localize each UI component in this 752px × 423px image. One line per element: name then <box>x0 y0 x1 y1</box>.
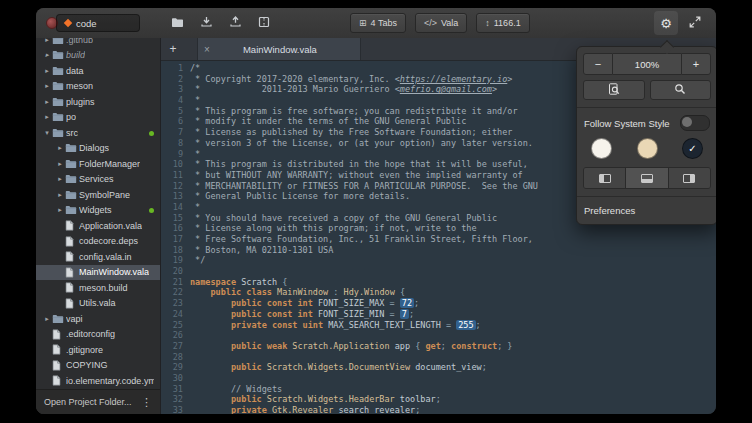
layout-left-pane-button[interactable] <box>584 168 625 188</box>
sidebar-item-src[interactable]: ▾src <box>36 125 160 141</box>
sidebar-item-vapi[interactable]: ▸vapi <box>36 311 160 327</box>
sidebar-item-plugins[interactable]: ▸plugins <box>36 94 160 110</box>
chevron-right-icon[interactable]: ▸ <box>55 191 65 199</box>
header-status-buttons: ⊞ 4 Tabs </> Vala ↕ 1166.1 <box>350 13 530 33</box>
sidebar-item-foldermanager[interactable]: ▸FolderManager <box>36 156 160 172</box>
preferences-menu-item[interactable]: Preferences <box>583 204 711 218</box>
sidebar-item-symbolpane[interactable]: ▸SymbolPane <box>36 187 160 203</box>
settings-menu-button[interactable]: ⚙ <box>654 11 678 35</box>
folder-icon <box>65 159 79 169</box>
line-number: 13 <box>161 191 190 202</box>
kebab-menu-icon[interactable]: ⋮ <box>141 396 152 409</box>
sidebar-item-services[interactable]: ▸Services <box>36 172 160 188</box>
toggle-knob <box>682 117 692 127</box>
templates-button[interactable] <box>253 13 275 33</box>
code-line-text: * General Public License for more detail… <box>190 191 410 202</box>
line-number: 4 <box>161 95 190 106</box>
check-icon: ✓ <box>688 143 696 154</box>
sidebar-item-application-vala[interactable]: Application.vala <box>36 218 160 234</box>
line-number: 15 <box>161 213 190 224</box>
sidebar-item-copying[interactable]: COPYING <box>36 358 160 374</box>
sidebar-item-label: plugins <box>66 97 95 107</box>
chevron-right-icon[interactable]: ▸ <box>42 82 52 90</box>
sidebar-item-widgets[interactable]: ▸Widgets <box>36 203 160 219</box>
code-line: 17 * Free Software Foundation, Inc., 51 … <box>161 234 716 245</box>
chevron-right-icon[interactable]: ▸ <box>42 38 52 44</box>
sidebar-item-gitignore[interactable]: .gitignore <box>36 342 160 358</box>
search-button[interactable] <box>650 80 712 100</box>
sidebar-item-label: Dialogs <box>79 143 109 153</box>
sidebar-item-codecore-deps[interactable]: codecore.deps <box>36 234 160 250</box>
chevron-right-icon[interactable]: ▸ <box>55 175 65 183</box>
gear-icon: ⚙ <box>660 16 672 31</box>
line-number: 21 <box>161 277 190 288</box>
folder-icon <box>65 174 79 184</box>
chevron-right-icon[interactable]: ▸ <box>55 144 65 152</box>
chevron-right-icon[interactable]: ▸ <box>42 113 52 121</box>
fullscreen-button[interactable] <box>684 12 706 34</box>
line-number: 5 <box>161 106 190 117</box>
line-number: 26 <box>161 330 190 341</box>
chevron-right-icon[interactable]: ▸ <box>42 51 52 59</box>
follow-system-style-toggle[interactable] <box>680 115 710 131</box>
layout-right-pane-button[interactable] <box>668 168 710 188</box>
light-style-option[interactable] <box>591 138 612 159</box>
zoom-out-button[interactable]: − <box>583 53 613 75</box>
new-tab-button[interactable]: + <box>161 38 185 60</box>
open-project-folder-button[interactable]: Open Project Folder... <box>44 397 132 407</box>
chevron-right-icon[interactable]: ▸ <box>42 315 52 323</box>
save-as-button[interactable] <box>195 13 217 33</box>
sidebar-item-data[interactable]: ▸data <box>36 63 160 79</box>
code-line-text: public class MainWindow : Hdy.Window { <box>190 287 405 298</box>
line-number: 22 <box>161 287 190 298</box>
folder-icon <box>52 81 66 91</box>
layout-segmented-control <box>583 167 711 189</box>
sidebar-item-label: Application.vala <box>79 221 142 231</box>
folder-icon <box>52 97 66 107</box>
sidebar-item-label: src <box>66 128 78 138</box>
sidebar-item-label: Services <box>79 174 114 184</box>
chevron-right-icon[interactable]: ▸ <box>42 67 52 75</box>
sidebar-item-build[interactable]: ▸build <box>36 48 160 64</box>
chevron-right-icon[interactable]: ▸ <box>55 160 65 168</box>
project-chip[interactable]: code <box>56 14 140 32</box>
code-line: 33 private Gtk.Revealer search_revealer; <box>161 405 716 414</box>
sidebar-item-meson-build[interactable]: meson.build <box>36 280 160 296</box>
sidebar-item-utils-vala[interactable]: Utils.vala <box>36 296 160 312</box>
code-line-text: public weak Scratch.Application app { ge… <box>190 341 512 352</box>
dark-style-option-selected[interactable]: ✓ <box>682 138 703 159</box>
language-button[interactable]: </> Vala <box>415 13 467 33</box>
chevron-right-icon[interactable]: ▸ <box>55 206 65 214</box>
tab-mainwindow-vala[interactable]: × MainWindow.vala <box>197 38 361 60</box>
sidebar-item-label: config.vala.in <box>79 252 132 262</box>
sidebar-item-mainwindow-vala[interactable]: MainWindow.vala <box>36 265 160 281</box>
code-line-text: * This program is distributed in the hop… <box>190 159 528 170</box>
sidebar-item-editorconfig[interactable]: .editorconfig <box>36 327 160 343</box>
find-in-page-button[interactable] <box>583 80 645 100</box>
sidebar-item-io-elementary-code-yml[interactable]: io.elementary.code.yml <box>36 373 160 389</box>
chevron-right-icon[interactable]: ▸ <box>42 98 52 106</box>
sidebar-item-po[interactable]: ▸po <box>36 110 160 126</box>
layout-bottom-pane-button[interactable] <box>625 168 667 188</box>
chevron-down-icon[interactable]: ▾ <box>42 129 52 137</box>
code-line: 28 <box>161 352 716 363</box>
tabs-overview-button[interactable]: ⊞ 4 Tabs <box>350 13 406 33</box>
zoom-in-button[interactable]: + <box>681 53 711 75</box>
code-line: 32 public Scratch.Widgets.HeaderBar tool… <box>161 394 716 405</box>
open-folder-button[interactable] <box>166 13 188 33</box>
folder-icon <box>65 143 79 153</box>
line-number: 19 <box>161 255 190 266</box>
share-button[interactable] <box>224 13 246 33</box>
sidebar-item-meson[interactable]: ▸meson <box>36 79 160 95</box>
sidebar-item-dialogs[interactable]: ▸Dialogs <box>36 141 160 157</box>
goto-line-button[interactable]: ↕ 1166.1 <box>476 13 529 33</box>
line-number: 7 <box>161 127 190 138</box>
sand-style-option[interactable] <box>637 138 658 159</box>
code-line-text: * but WITHOUT ANY WARRANTY; without even… <box>190 170 523 181</box>
code-line-text: public const int FONT_SIZE_MAX = 72; <box>190 298 419 309</box>
sidebar-item-label: vapi <box>66 314 83 324</box>
code-line-text: private Gtk.Revealer search_revealer; <box>190 405 420 414</box>
sidebar-item-config-vala-in[interactable]: config.vala.in <box>36 249 160 265</box>
sidebar-item-github[interactable]: ▸.github <box>36 38 160 48</box>
tab-close-icon[interactable]: × <box>204 44 210 55</box>
